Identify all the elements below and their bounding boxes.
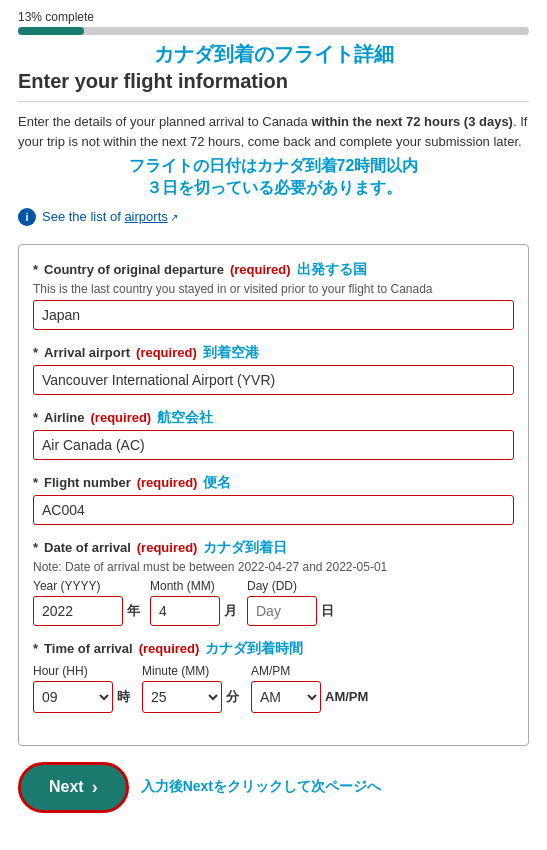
country-label-star: *	[33, 262, 38, 277]
ampm-select[interactable]: AM PM	[251, 681, 321, 713]
subtitle-japanese: フライトの日付はカナダ到着72時間以内３日を切っている必要があります。	[18, 155, 529, 200]
airline-field-group: * Airline (required) 航空会社	[33, 409, 514, 460]
next-arrow-icon: ›	[92, 777, 98, 798]
day-label: Day (DD)	[247, 579, 297, 593]
month-label: Month (MM)	[150, 579, 215, 593]
arrival-date-field-group: * Date of arrival (required) カナダ到着日 Note…	[33, 539, 514, 626]
year-label: Year (YYYY)	[33, 579, 101, 593]
arrival-time-inputs: Hour (HH) 09 01 02 03 04 05 06 07 08 10 …	[33, 664, 514, 713]
minute-select[interactable]: 25 00 05 10 15 20 30 35 40 45 50 55	[142, 681, 222, 713]
flight-number-label-ja: 便名	[203, 474, 231, 492]
month-input[interactable]	[150, 596, 220, 626]
airline-label-star: *	[33, 410, 38, 425]
month-group: Month (MM) 月	[150, 579, 237, 626]
country-input[interactable]	[33, 300, 514, 330]
month-input-unit: 月	[150, 596, 237, 626]
arrival-date-note: Note: Date of arrival must be between 20…	[33, 560, 514, 574]
progress-bar-fill	[18, 27, 84, 35]
arrival-time-required: (required)	[139, 641, 200, 656]
country-field-group: * Country of original departure (require…	[33, 261, 514, 330]
minute-label: Minute (MM)	[142, 664, 239, 678]
arrival-date-inputs: Year (YYYY) 年 Month (MM) 月 Day (DD)	[33, 579, 514, 626]
progress-label: 13% complete	[18, 10, 529, 24]
month-unit: 月	[224, 602, 237, 620]
divider	[18, 101, 529, 102]
info-icon: i	[18, 208, 36, 226]
arrival-time-label-ja: カナダ到着時間	[205, 640, 303, 658]
airport-label-ja: 到着空港	[203, 344, 259, 362]
day-input[interactable]	[247, 596, 317, 626]
airline-label-ja: 航空会社	[157, 409, 213, 427]
airport-input[interactable]	[33, 365, 514, 395]
hour-unit: 時	[117, 688, 130, 706]
page-title-english: Enter your flight information	[18, 70, 529, 93]
progress-bar-background	[18, 27, 529, 35]
next-section: Next › 入力後Nextをクリックして次ページへ	[18, 762, 529, 813]
country-field-label: * Country of original departure (require…	[33, 261, 514, 279]
airports-link[interactable]: airports	[124, 209, 167, 224]
hour-label: Hour (HH)	[33, 664, 130, 678]
ampm-input-unit: AM PM AM/PM	[251, 681, 368, 713]
country-required: (required)	[230, 262, 291, 277]
arrival-date-label-ja: カナダ到着日	[203, 539, 287, 557]
year-unit: 年	[127, 602, 140, 620]
day-input-unit: 日	[247, 596, 334, 626]
next-label-japanese: 入力後Nextをクリックして次ページへ	[141, 778, 381, 796]
next-button-label: Next	[49, 778, 84, 796]
external-link-icon: ↗	[170, 212, 178, 223]
country-hint: This is the last country you stayed in o…	[33, 282, 514, 296]
ampm-unit: AM/PM	[325, 689, 368, 704]
airport-field-group: * Arrival airport (required) 到着空港	[33, 344, 514, 395]
ampm-group: AM/PM AM PM AM/PM	[251, 664, 368, 713]
year-input[interactable]	[33, 596, 123, 626]
hour-input-unit: 09 01 02 03 04 05 06 07 08 10 11 12 時	[33, 681, 130, 713]
flight-number-label-star: *	[33, 475, 38, 490]
hour-select[interactable]: 09 01 02 03 04 05 06 07 08 10 11 12	[33, 681, 113, 713]
day-group: Day (DD) 日	[247, 579, 334, 626]
flight-number-input[interactable]	[33, 495, 514, 525]
airports-text: See the list of airports↗	[42, 209, 178, 224]
arrival-date-label-star: *	[33, 540, 38, 555]
page-description: Enter the details of your planned arriva…	[18, 112, 529, 151]
progress-section: 13% complete	[18, 10, 529, 35]
airport-label-star: *	[33, 345, 38, 360]
day-unit: 日	[321, 602, 334, 620]
airline-field-label: * Airline (required) 航空会社	[33, 409, 514, 427]
flight-info-form: * Country of original departure (require…	[18, 244, 529, 746]
minute-unit: 分	[226, 688, 239, 706]
minute-input-unit: 25 00 05 10 15 20 30 35 40 45 50 55 分	[142, 681, 239, 713]
page-title-japanese: カナダ到着のフライト詳細	[18, 41, 529, 68]
next-button[interactable]: Next ›	[18, 762, 129, 813]
hour-group: Hour (HH) 09 01 02 03 04 05 06 07 08 10 …	[33, 664, 130, 713]
airports-info: i See the list of airports↗	[18, 208, 529, 226]
ampm-label: AM/PM	[251, 664, 368, 678]
year-group: Year (YYYY) 年	[33, 579, 140, 626]
arrival-date-field-label: * Date of arrival (required) カナダ到着日	[33, 539, 514, 557]
arrival-date-required: (required)	[137, 540, 198, 555]
airline-input[interactable]	[33, 430, 514, 460]
flight-number-field-group: * Flight number (required) 便名	[33, 474, 514, 525]
airline-required: (required)	[91, 410, 152, 425]
year-input-unit: 年	[33, 596, 140, 626]
arrival-time-field-group: * Time of arrival (required) カナダ到着時間 Hou…	[33, 640, 514, 713]
minute-group: Minute (MM) 25 00 05 10 15 20 30 35 40 4…	[142, 664, 239, 713]
arrival-time-label-star: *	[33, 641, 38, 656]
airport-required: (required)	[136, 345, 197, 360]
flight-number-field-label: * Flight number (required) 便名	[33, 474, 514, 492]
airport-field-label: * Arrival airport (required) 到着空港	[33, 344, 514, 362]
country-label-ja: 出発する国	[297, 261, 367, 279]
flight-number-required: (required)	[137, 475, 198, 490]
arrival-time-field-label: * Time of arrival (required) カナダ到着時間	[33, 640, 514, 658]
